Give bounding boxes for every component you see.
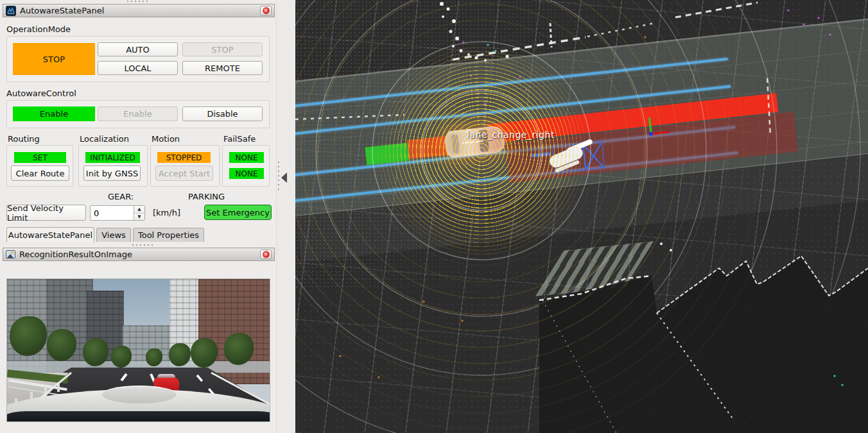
recognition-close-button[interactable]: ✕ bbox=[260, 250, 272, 259]
velocity-limit-input[interactable] bbox=[91, 206, 134, 220]
lidar-ground-rings-outer bbox=[295, 0, 867, 433]
spinbox-steppers[interactable]: ▲▼ bbox=[134, 206, 144, 220]
velocity-unit-label: [km/h] bbox=[153, 208, 180, 217]
spin-up-icon[interactable]: ▲ bbox=[134, 206, 144, 214]
stop-disabled-button[interactable]: STOP bbox=[182, 42, 263, 56]
remote-button[interactable]: REMOTE bbox=[182, 61, 263, 75]
clear-route-button[interactable]: Clear Route bbox=[11, 166, 69, 181]
tab-autoware-state-panel[interactable]: AutowareStatePanel bbox=[6, 227, 94, 242]
enable-active-button[interactable]: Enable bbox=[13, 106, 95, 121]
accept-start-button[interactable]: Accept Start bbox=[155, 166, 213, 181]
spin-down-icon[interactable]: ▼ bbox=[134, 214, 144, 221]
send-velocity-limit-button[interactable]: Send Velocity Limit bbox=[6, 205, 86, 221]
autoware-logo-icon bbox=[6, 6, 16, 16]
gear-value: PARKING bbox=[188, 192, 225, 201]
rviz-3d-viewport[interactable]: lane_change_right bbox=[295, 0, 868, 433]
image-panel-icon bbox=[6, 250, 15, 259]
autoware-control-label: AutowareControl bbox=[6, 89, 76, 98]
tab-tool-properties[interactable]: Tool Properties bbox=[133, 228, 204, 242]
failsafe-label: FailSafe bbox=[223, 134, 256, 144]
failsafe-behavior-badge: NONE bbox=[229, 168, 264, 179]
collapse-arrow-icon[interactable] bbox=[281, 173, 287, 183]
close-icon: ✕ bbox=[263, 251, 270, 258]
state-panel-titlebar[interactable]: AutowareStatePanel ✕ bbox=[3, 4, 275, 17]
init-by-gnss-button[interactable]: Init by GNSS bbox=[83, 166, 141, 181]
local-button[interactable]: LOCAL bbox=[98, 61, 178, 75]
stop-active-button[interactable]: STOP bbox=[13, 43, 95, 75]
close-icon: ✕ bbox=[263, 7, 270, 14]
dock-splitter[interactable] bbox=[276, 0, 295, 433]
routing-label: Routing bbox=[8, 134, 40, 144]
localization-status-badge: INITIALIZED bbox=[85, 152, 140, 163]
state-panel-title: AutowareStatePanel bbox=[20, 6, 260, 15]
recognition-panel-title: RecognitionResultOnImage bbox=[19, 250, 260, 259]
application-window: AutowareStatePanel ✕ OperationMode STOP … bbox=[0, 0, 868, 433]
camera-image-view bbox=[6, 278, 270, 422]
disable-button[interactable]: Disable bbox=[182, 106, 263, 121]
motion-label: Motion bbox=[152, 134, 180, 144]
routing-status-badge: SET bbox=[14, 152, 66, 163]
localization-label: Localization bbox=[80, 134, 129, 144]
dock-drag-handle-2[interactable] bbox=[132, 244, 154, 246]
dock-tabbar: AutowareStatePanel Views Tool Properties bbox=[0, 227, 276, 242]
left-dock: AutowareStatePanel ✕ OperationMode STOP … bbox=[0, 0, 276, 433]
enable-disabled-button[interactable]: Enable bbox=[98, 106, 178, 121]
ego-dashboard bbox=[6, 411, 270, 422]
splitter-handle-dots[interactable] bbox=[278, 162, 279, 191]
ego-hood-scoop bbox=[102, 386, 177, 403]
gear-label: GEAR: bbox=[108, 192, 134, 201]
dock-drag-handle[interactable] bbox=[127, 1, 149, 2]
recognition-panel-titlebar[interactable]: RecognitionResultOnImage ✕ bbox=[3, 248, 275, 261]
failsafe-group bbox=[222, 145, 270, 187]
tab-views[interactable]: Views bbox=[96, 228, 131, 242]
lidar-scan-rings bbox=[372, 42, 591, 260]
motion-status-badge: STOPPED bbox=[157, 152, 211, 163]
failsafe-mrm-badge: NONE bbox=[229, 152, 264, 163]
set-emergency-button[interactable]: Set Emergency bbox=[204, 205, 272, 220]
auto-button[interactable]: AUTO bbox=[98, 42, 178, 56]
path-maneuver-label: lane_change_right bbox=[467, 130, 555, 140]
close-button[interactable]: ✕ bbox=[260, 6, 272, 15]
operation-mode-label: OperationMode bbox=[6, 24, 71, 34]
velocity-limit-spinbox[interactable]: ▲▼ bbox=[90, 205, 145, 221]
